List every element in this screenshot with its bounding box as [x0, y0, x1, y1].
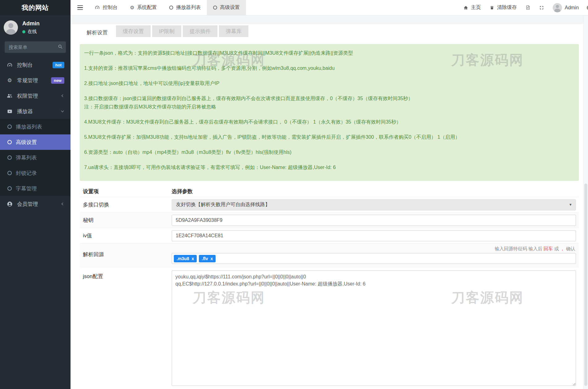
- tab-cache-settings[interactable]: 缓存设置: [116, 25, 151, 37]
- sidebar-item-label: 权限管理: [17, 92, 38, 99]
- tab-ip-limit[interactable]: IP限制: [152, 25, 181, 37]
- sidebar-menu: 控制台 hot ⚙ 常规管理 new 权限管理: [0, 57, 71, 212]
- sidebar-item-general[interactable]: ⚙ 常规管理 new: [0, 73, 71, 88]
- user-name: Admin: [22, 20, 40, 27]
- form-row-iv: iv值: [80, 228, 579, 243]
- sidebar-item-danmu-list[interactable]: 弹幕列表: [0, 150, 71, 165]
- clear-cache-button[interactable]: 清除缓存: [485, 0, 521, 15]
- home-icon: [463, 5, 468, 10]
- menu-toggle-icon[interactable]: [71, 0, 88, 15]
- content: 解析设置 缓存设置 IP限制 提示插件 弹幕库 一行一条json，格式为：支持的…: [71, 24, 588, 389]
- topbar-tab-player-list[interactable]: 播放器列表: [163, 0, 207, 15]
- content-card: 刀客源码网 刀客源码网 刀客源码网 刀客源码网 解析设置 缓存设置 IP限制 提…: [71, 24, 588, 389]
- document-icon: [526, 5, 530, 10]
- trash-icon: [490, 5, 494, 10]
- dashboard-icon: [95, 5, 100, 10]
- search-icon: [58, 44, 63, 49]
- topbar-tab-label: 系统配置: [137, 4, 157, 11]
- app-root: 我的网站 Admin 在线 控制台 hot: [0, 0, 588, 389]
- sidebar-item-label: 高级设置: [16, 139, 37, 146]
- fullscreen-icon: [539, 5, 544, 10]
- sidebar-item-player-list[interactable]: 播放器列表: [0, 119, 71, 134]
- origin-tags-input[interactable]: .m3u8 x .flv x: [172, 253, 576, 264]
- home-button[interactable]: 主页: [459, 0, 485, 15]
- document-button[interactable]: [521, 0, 535, 15]
- origin-tag: .m3u8 x: [174, 255, 197, 262]
- sidebar-item-label: 常规管理: [17, 77, 38, 84]
- scrollbar-thumb[interactable]: [584, 184, 587, 386]
- tab-parse-settings[interactable]: 解析设置: [80, 25, 114, 40]
- origin-hint: 输入回源特征码 输入后 回车 或 ， 确认: [172, 246, 575, 252]
- sidebar-item-block-log[interactable]: 封锁记录: [0, 165, 71, 181]
- sidebar-item-console[interactable]: 控制台 hot: [0, 57, 71, 73]
- sidebar-item-label: 会员管理: [17, 201, 38, 208]
- settings-icon[interactable]: ⚙: [583, 0, 588, 15]
- enter-key-hint: 回车: [543, 246, 553, 251]
- form-row-json: json配置 youku,qq,iqiyi$https://111.com/js…: [80, 267, 579, 387]
- sidebar-item-player[interactable]: 播放器: [0, 104, 71, 119]
- sidebar-item-member[interactable]: 会员管理: [0, 196, 71, 212]
- user-menu[interactable]: Admin: [548, 0, 583, 15]
- avatar: [553, 3, 562, 12]
- secret-key-input[interactable]: [172, 215, 576, 226]
- circle-icon: [7, 140, 12, 144]
- topbar-tab-label: 控制台: [103, 4, 118, 11]
- notice-line: 一行一条json，格式为：支持的资源$接口地址||接口数据缓存||M3U8文件缓…: [84, 50, 574, 57]
- notice-line: 3.接口数据缓存：json接口返回的数据缓存到自己服务器上，缓存有效期内不会在次…: [84, 95, 574, 102]
- user-panel: Admin 在线: [0, 15, 71, 38]
- column-header-setting: 设置项: [80, 188, 172, 195]
- hot-badge: hot: [53, 62, 64, 68]
- sidebar-item-label: 控制台: [17, 61, 33, 69]
- topbar-tab-advanced-settings[interactable]: 高级设置: [207, 0, 246, 15]
- avatar: [4, 20, 18, 35]
- notice-line: 6.资源类型：auto（自动）mp4（mp4类型）m3u8（m3u8类型）flv…: [84, 149, 574, 156]
- sidebar-item-permission[interactable]: 权限管理: [0, 88, 71, 104]
- tab-tip-plugin[interactable]: 提示插件: [183, 25, 217, 37]
- topbar-right: 主页 清除缓存: [459, 0, 588, 15]
- iv-value-input[interactable]: [172, 230, 576, 241]
- notice-line: 1.支持的资源：推荐填写苹果cms中播放组编码也可填特征码，多个资源用,分割，例…: [84, 65, 574, 72]
- search-input[interactable]: [5, 41, 66, 53]
- circle-icon: [7, 171, 12, 175]
- circle-icon: [7, 186, 12, 191]
- json-config-textarea[interactable]: youku,qq,iqiyi$https://111.com/json.php?…: [172, 270, 576, 386]
- topbar-left: 控制台 ⚙ 系统配置 播放器列表 高级设置: [71, 0, 246, 15]
- topbar-user-label: Admin: [565, 5, 579, 11]
- home-label: 主页: [471, 4, 481, 11]
- sidebar-item-subtitle[interactable]: 字幕管理: [0, 181, 71, 196]
- page-scrollbar[interactable]: [583, 15, 588, 389]
- topbar-tab-console[interactable]: 控制台: [88, 0, 124, 15]
- form-header-row: 设置项 选择参数: [80, 186, 579, 197]
- column-header-param: 选择参数: [172, 188, 193, 195]
- new-badge: new: [51, 77, 64, 84]
- sidebar-item-label: 播放器列表: [16, 123, 42, 130]
- sidebar-item-label: 播放器: [17, 108, 33, 115]
- field-label: 多接口切换: [80, 201, 172, 208]
- sidebar-item-advanced-settings[interactable]: 高级设置: [0, 134, 71, 150]
- circle-icon: [7, 155, 12, 160]
- circle-icon: [169, 6, 173, 10]
- tab-danmu-lib[interactable]: 弹幕库: [219, 25, 248, 37]
- notice-line: 2.接口地址:json接口地址，地址中可以使用{ip}变量获取用户IP: [84, 80, 574, 87]
- notice-line: 7.ua请求头：直接填0即可，可用作伪装域名请求验证等，有需求可填写，例如：Us…: [84, 164, 574, 171]
- origin-tag: .flv x: [199, 255, 216, 262]
- chevron-left-icon: [61, 94, 64, 98]
- topbar-tab-label: 播放器列表: [176, 4, 201, 11]
- user-status: 在线: [22, 29, 40, 35]
- form-row-secret: 秘钥: [80, 212, 579, 228]
- notice-line: 4.M3U8文件缓存：M3U8文件缓存到自己服务器上，缓存后在缓存有效期内不会请…: [84, 119, 574, 125]
- tag-remove-button[interactable]: x: [191, 256, 194, 261]
- online-status-label: 在线: [28, 29, 37, 35]
- form-row-origin: 解析回源 输入回源特征码 输入后 回车 或 ， 确认 .m3u8: [80, 243, 579, 267]
- player-icon: [6, 108, 13, 114]
- fullscreen-button[interactable]: [535, 0, 548, 15]
- dashboard-icon: [6, 62, 13, 68]
- multi-switch-select[interactable]: 友好切换【解析失败用户可自由选择线路】: [172, 199, 576, 210]
- circle-icon: [213, 6, 217, 10]
- topbar-tab-system-config[interactable]: ⚙ 系统配置: [124, 0, 163, 15]
- sidebar-item-label: 弹幕列表: [16, 154, 37, 161]
- field-label: 秘钥: [80, 217, 172, 224]
- comma-hint: ，: [560, 246, 565, 251]
- sidebar-item-label: 字幕管理: [16, 185, 37, 192]
- tag-remove-button[interactable]: x: [211, 256, 213, 261]
